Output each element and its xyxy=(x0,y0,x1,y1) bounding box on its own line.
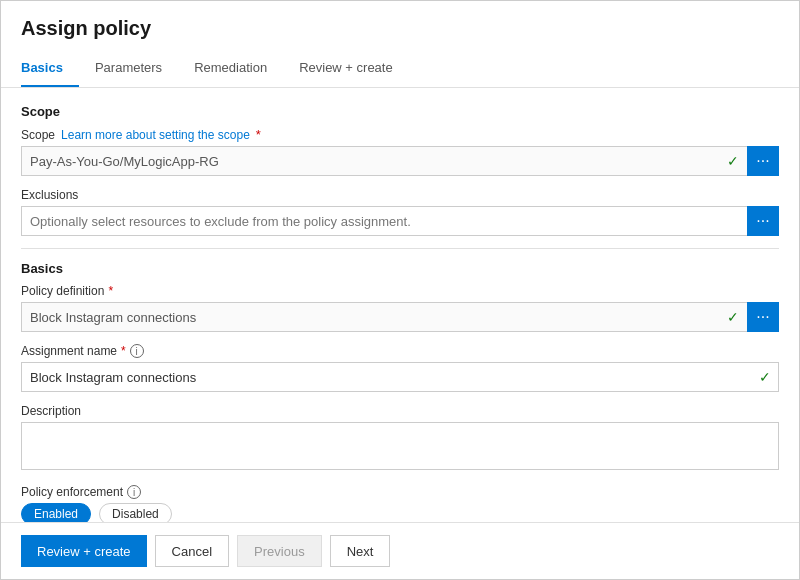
description-label: Description xyxy=(21,404,779,418)
scope-learn-more-link[interactable]: Learn more about setting the scope xyxy=(61,128,250,142)
exclusions-input[interactable] xyxy=(21,206,747,236)
description-field-group: Description xyxy=(21,404,779,473)
tab-bar: Basics Parameters Remediation Review + c… xyxy=(21,52,779,87)
next-button[interactable]: Next xyxy=(330,535,391,567)
section-divider xyxy=(21,248,779,249)
dialog-header: Assign policy Basics Parameters Remediat… xyxy=(1,1,799,88)
scope-input-wrapper: ✓ xyxy=(21,146,747,176)
scope-check-icon: ✓ xyxy=(727,153,739,169)
page-title: Assign policy xyxy=(21,17,779,40)
tab-review-create[interactable]: Review + create xyxy=(299,52,409,87)
assignment-name-label: Assignment name * i xyxy=(21,344,779,358)
assignment-name-check-icon: ✓ xyxy=(759,369,771,385)
assignment-name-required: * xyxy=(121,344,126,358)
assignment-name-input[interactable] xyxy=(21,362,779,392)
description-input[interactable] xyxy=(21,422,779,470)
policy-definition-input-row: ✓ ··· xyxy=(21,302,779,332)
assignment-name-field-group: Assignment name * i ✓ xyxy=(21,344,779,392)
basics-section-title: Basics xyxy=(21,261,779,276)
tab-remediation[interactable]: Remediation xyxy=(194,52,283,87)
scope-section-title: Scope xyxy=(21,104,779,119)
policy-definition-label: Policy definition * xyxy=(21,284,779,298)
tab-parameters[interactable]: Parameters xyxy=(95,52,178,87)
policy-definition-browse-button[interactable]: ··· xyxy=(747,302,779,332)
enabled-toggle[interactable]: Enabled xyxy=(21,503,91,522)
scope-input[interactable] xyxy=(21,146,747,176)
policy-enforcement-toggle: Enabled Disabled xyxy=(21,503,779,522)
assignment-name-wrapper: ✓ xyxy=(21,362,779,392)
scope-required: * xyxy=(256,127,261,142)
exclusions-browse-button[interactable]: ··· xyxy=(747,206,779,236)
review-create-button[interactable]: Review + create xyxy=(21,535,147,567)
policy-definition-check-icon: ✓ xyxy=(727,309,739,325)
disabled-toggle[interactable]: Disabled xyxy=(99,503,172,522)
policy-def-required: * xyxy=(108,284,113,298)
policy-definition-wrapper: ✓ xyxy=(21,302,747,332)
assign-policy-dialog: Assign policy Basics Parameters Remediat… xyxy=(0,0,800,580)
dialog-footer: Review + create Cancel Previous Next xyxy=(1,522,799,579)
policy-enforcement-label: Policy enforcement i xyxy=(21,485,779,499)
tab-basics[interactable]: Basics xyxy=(21,52,79,87)
exclusions-field-group: Exclusions ··· xyxy=(21,188,779,236)
cancel-button[interactable]: Cancel xyxy=(155,535,229,567)
exclusions-label: Exclusions xyxy=(21,188,779,202)
policy-definition-field-group: Policy definition * ✓ ··· xyxy=(21,284,779,332)
previous-button[interactable]: Previous xyxy=(237,535,322,567)
scope-label: Scope xyxy=(21,128,55,142)
scope-field-group: Scope Learn more about setting the scope… xyxy=(21,127,779,176)
scope-input-row: ✓ ··· xyxy=(21,146,779,176)
assignment-name-info-icon[interactable]: i xyxy=(130,344,144,358)
policy-enforcement-field-group: Policy enforcement i Enabled Disabled xyxy=(21,485,779,522)
policy-enforcement-info-icon[interactable]: i xyxy=(127,485,141,499)
exclusions-input-row: ··· xyxy=(21,206,779,236)
scope-browse-button[interactable]: ··· xyxy=(747,146,779,176)
main-content: Scope Scope Learn more about setting the… xyxy=(1,88,799,522)
scope-label-row: Scope Learn more about setting the scope… xyxy=(21,127,779,142)
policy-definition-input[interactable] xyxy=(21,302,747,332)
